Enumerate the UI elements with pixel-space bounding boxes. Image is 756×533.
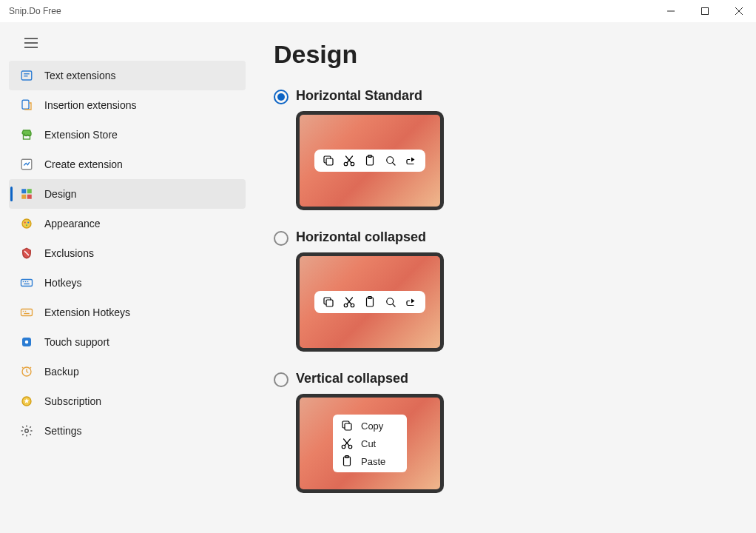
preview-menu-label: Cut [361, 438, 376, 449]
hotkeys-icon [19, 275, 34, 290]
exclusions-icon [19, 246, 34, 261]
design-icon [19, 187, 34, 201]
svg-line-44 [393, 163, 395, 165]
preview-menu-label: Copy [361, 420, 383, 432]
paste-icon [363, 154, 377, 167]
svg-rect-45 [326, 300, 333, 306]
svg-rect-54 [345, 423, 351, 430]
design-option: Horizontal Standard [274, 88, 734, 210]
sidebar-item-backup[interactable]: Backup [9, 357, 246, 386]
svg-point-20 [26, 224, 27, 226]
preview-menu-row: Cut [340, 437, 399, 450]
design-preview [296, 111, 444, 210]
design-option-radio[interactable] [274, 90, 288, 104]
sidebar-item-text-ext[interactable]: Text extensions [9, 61, 246, 90]
design-option-label[interactable]: Horizontal Standard [296, 88, 444, 104]
design-option-label[interactable]: Vertical collapsed [296, 371, 444, 386]
svg-point-18 [24, 221, 26, 223]
share-icon [405, 154, 418, 167]
sidebar-item-design[interactable]: Design [9, 179, 246, 209]
svg-rect-36 [326, 158, 333, 165]
preview-toolbar [314, 291, 425, 313]
menu-toggle-button[interactable] [16, 30, 46, 56]
sidebar-item-label: Subscription [44, 395, 101, 407]
preview-toolbar: Copy Cut Paste [333, 415, 407, 472]
insert-ext-icon [19, 98, 34, 113]
paste-icon [363, 295, 377, 309]
sidebar-item-label: Exclusions [44, 247, 94, 259]
store-icon [19, 127, 34, 142]
close-button[interactable] [722, 0, 756, 22]
svg-rect-7 [21, 71, 32, 80]
svg-rect-22 [21, 280, 33, 286]
sidebar-item-create[interactable]: Create extension [9, 150, 246, 179]
sidebar-item-exclusions[interactable]: Exclusions [9, 238, 246, 268]
sidebar-item-label: Extension Hotkeys [44, 306, 130, 318]
sidebar: Text extensions Insertion extensions Ext… [0, 22, 252, 533]
sidebar-item-ext-hotkeys[interactable]: Extension Hotkeys [9, 298, 246, 327]
copy-icon [340, 419, 354, 432]
svg-point-35 [25, 429, 29, 433]
maximize-icon [701, 7, 709, 16]
sidebar-item-touch[interactable]: Touch support [9, 327, 246, 357]
main-content: Design Horizontal Standard Horizontal co… [252, 22, 756, 533]
copy-icon [322, 154, 335, 167]
design-preview: Copy Cut Paste [296, 394, 444, 493]
sidebar-item-label: Backup [44, 366, 79, 378]
window-controls [654, 0, 756, 22]
preview-menu-row: Paste [340, 455, 399, 468]
maximize-button[interactable] [688, 0, 722, 22]
svg-point-17 [22, 219, 31, 228]
svg-line-53 [393, 304, 395, 306]
title-bar: Snip.Do Free [0, 0, 756, 22]
design-option: Vertical collapsed Copy Cut Paste [274, 371, 734, 493]
sidebar-item-appearance[interactable]: Appearance [9, 209, 246, 238]
svg-rect-10 [22, 100, 29, 109]
design-option-radio[interactable] [274, 231, 288, 246]
sidebar-item-insert-ext[interactable]: Insertion extensions [9, 90, 246, 120]
sidebar-item-settings[interactable]: Settings [9, 416, 246, 446]
share-icon [405, 295, 418, 309]
design-option: Horizontal collapsed [274, 229, 734, 352]
preview-menu-label: Paste [361, 456, 385, 467]
sidebar-item-label: Appearance [44, 218, 101, 229]
sidebar-item-subscription[interactable]: Subscription [9, 386, 246, 416]
sidebar-item-label: Insertion extensions [44, 99, 137, 111]
search-icon [384, 295, 397, 309]
svg-line-48 [347, 298, 353, 304]
page-title: Design [274, 40, 734, 69]
svg-rect-16 [27, 195, 32, 199]
sidebar-item-store[interactable]: Extension Store [9, 120, 246, 150]
preview-toolbar [314, 150, 425, 172]
text-ext-icon [19, 68, 34, 83]
svg-line-58 [344, 439, 350, 446]
sidebar-item-label: Design [44, 188, 77, 200]
minimize-button[interactable] [654, 0, 688, 22]
svg-rect-27 [21, 309, 33, 316]
svg-line-40 [346, 156, 352, 163]
sidebar-item-label: Text extensions [44, 70, 116, 81]
minimize-icon [666, 7, 675, 16]
sidebar-item-hotkeys[interactable]: Hotkeys [9, 268, 246, 298]
svg-rect-14 [27, 189, 32, 193]
touch-icon [19, 335, 34, 349]
sidebar-item-label: Touch support [44, 336, 109, 348]
cut-icon [340, 437, 354, 450]
create-icon [19, 157, 34, 172]
design-option-radio[interactable] [274, 372, 288, 387]
hamburger-icon [24, 38, 38, 48]
design-option-label[interactable]: Horizontal collapsed [296, 229, 444, 245]
svg-line-39 [347, 156, 353, 163]
svg-line-49 [346, 298, 352, 304]
sidebar-item-label: Extension Store [44, 129, 118, 141]
svg-point-19 [27, 221, 29, 223]
design-preview [296, 252, 444, 352]
svg-point-32 [25, 341, 29, 344]
appearance-icon [19, 216, 34, 231]
svg-rect-13 [21, 189, 26, 193]
search-icon [384, 154, 397, 167]
svg-rect-1 [702, 8, 709, 15]
cut-icon [342, 154, 356, 167]
sidebar-item-label: Settings [44, 425, 82, 437]
cut-icon [342, 295, 356, 309]
